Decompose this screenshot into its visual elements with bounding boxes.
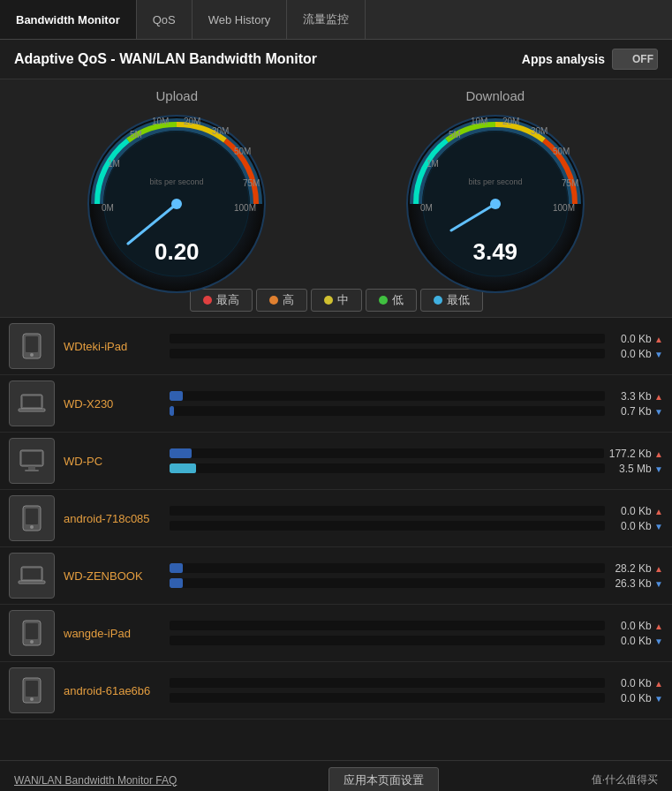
svg-rect-36: [28, 466, 35, 470]
device-icon-ipad1: [9, 323, 55, 369]
device-name-x230: WD-X230: [64, 397, 161, 411]
download-bar-track-android2: [170, 693, 605, 703]
priority-high-label: 高: [283, 292, 294, 308]
device-bars-android1: 0.0 Kb ▲ 0.0 Kb ▼: [170, 505, 663, 532]
priority-bar: 最高 高 中 低 最低: [0, 283, 672, 318]
upload-bar-row-wd-pc: 177.2 Kb ▲: [170, 448, 663, 460]
device-icon-android1: [9, 495, 55, 541]
tab-web-history[interactable]: Web History: [193, 0, 288, 39]
upload-bar-track-x230: [170, 391, 605, 401]
svg-text:30M: 30M: [212, 126, 229, 136]
download-bar-row-android1: 0.0 Kb ▼: [170, 520, 663, 532]
upload-bar-fill-wd-pc: [170, 448, 192, 458]
apps-analysis-label: Apps analysis: [522, 52, 605, 66]
device-icon-x230: [9, 380, 55, 426]
upload-speed-x230: 3.3 Kb ▲: [610, 390, 663, 403]
upload-bar-track-wangde-ipad: [170, 621, 605, 630]
priority-lowest-dot: [434, 296, 442, 305]
tab-flow[interactable]: 流量监控: [287, 0, 366, 39]
device-row-x230[interactable]: WD-X230 3.3 Kb ▲ 0.7 Kb ▼: [0, 375, 672, 433]
download-bar-track-ipad1: [170, 349, 605, 358]
priority-low[interactable]: 低: [366, 289, 417, 312]
svg-text:75M: 75M: [562, 178, 578, 188]
priority-medium-label: 中: [337, 292, 349, 308]
device-row-android1[interactable]: android-718c085 0.0 Kb ▲ 0.0 Kb ▼: [0, 490, 672, 547]
priority-highest-dot: [203, 296, 212, 305]
priority-lowest[interactable]: 最低: [420, 289, 483, 312]
device-bars-zenbook: 28.2 Kb ▲ 26.3 Kb ▼: [170, 562, 663, 590]
upload-gauge-wrap: Upload: [79, 88, 274, 275]
download-speed-zenbook: 26.3 Kb ▼: [610, 577, 663, 590]
priority-highest[interactable]: 最高: [190, 289, 253, 312]
upload-bar-row-android2: 0.0 Kb ▲: [170, 677, 663, 689]
priority-low-dot: [379, 296, 388, 305]
svg-rect-49: [26, 681, 38, 697]
page-title: Adaptive QoS - WAN/LAN Bandwidth Monitor: [14, 51, 317, 67]
tab-qos[interactable]: QoS: [137, 0, 193, 39]
device-bars-ipad1: 0.0 Kb ▲ 0.0 Kb ▼: [170, 333, 663, 360]
upload-bar-track-android2: [170, 678, 605, 688]
svg-point-29: [30, 353, 34, 357]
upload-bar-row-android1: 0.0 Kb ▲: [170, 505, 663, 517]
device-name-android1: android-718c085: [64, 512, 161, 525]
device-row-ipad1[interactable]: WDteki-iPad 0.0 Kb ▲ 0.0 Kb ▼: [0, 318, 672, 375]
upload-bar-row-zenbook: 28.2 Kb ▲: [170, 562, 663, 575]
download-bar-track-zenbook: [170, 578, 605, 588]
device-row-android2[interactable]: android-61ae6b6 0.0 Kb ▲ 0.0 Kb ▼: [0, 662, 672, 719]
svg-point-13: [171, 199, 182, 209]
device-icon-wd-pc: [9, 438, 55, 484]
priority-medium[interactable]: 中: [311, 289, 362, 312]
upload-bar-track-ipad1: [170, 334, 605, 343]
download-speed-android1: 0.0 Kb ▼: [610, 520, 663, 532]
upload-bar-fill-x230: [170, 391, 183, 401]
upload-speed-ipad1: 0.0 Kb ▲: [610, 333, 663, 345]
svg-point-39: [30, 525, 34, 529]
device-row-wangde-ipad[interactable]: wangde-iPad 0.0 Kb ▲ 0.0 Kb ▼: [0, 605, 672, 662]
device-row-zenbook[interactable]: WD-ZENBOOK 28.2 Kb ▲ 26.3 Kb ▼: [0, 547, 672, 605]
download-bar-row-ipad1: 0.0 Kb ▼: [170, 348, 663, 360]
svg-rect-32: [23, 396, 41, 407]
download-bar-track-wd-pc: [170, 463, 605, 473]
priority-low-label: 低: [392, 292, 404, 308]
svg-rect-35: [22, 452, 42, 464]
svg-text:bits per second: bits per second: [468, 177, 522, 186]
upload-bar-row-x230: 3.3 Kb ▲: [170, 390, 663, 403]
download-bar-row-wangde-ipad: 0.0 Kb ▼: [170, 635, 663, 647]
download-bar-row-android2: 0.0 Kb ▼: [170, 692, 663, 704]
download-bar-track-x230: [170, 406, 605, 416]
device-row-wd-pc[interactable]: WD-PC 177.2 Kb ▲ 3.5 Mb ▼: [0, 433, 672, 490]
tab-bandwidth[interactable]: Bandwidth Monitor: [0, 0, 137, 39]
device-name-wd-pc: WD-PC: [64, 455, 161, 468]
priority-high[interactable]: 高: [256, 289, 307, 312]
device-icon-zenbook: [9, 553, 55, 599]
footer: WAN/LAN Bandwidth Monitor FAQ 应用本页面设置 值·…: [0, 760, 672, 791]
apply-button[interactable]: 应用本页面设置: [328, 767, 439, 792]
svg-text:5M: 5M: [130, 130, 142, 139]
tab-bar: Bandwidth Monitor QoS Web History 流量监控: [0, 0, 672, 40]
svg-point-27: [490, 199, 501, 209]
svg-rect-46: [26, 623, 38, 639]
device-bars-wd-pc: 177.2 Kb ▲ 3.5 Mb ▼: [170, 448, 663, 475]
device-bars-android2: 0.0 Kb ▲ 0.0 Kb ▼: [170, 677, 663, 704]
svg-rect-40: [26, 508, 38, 524]
device-icon-android2: [9, 667, 55, 713]
apps-analysis-toggle[interactable]: OFF: [612, 49, 658, 70]
device-name-zenbook: WD-ZENBOOK: [64, 569, 161, 583]
download-bar-fill-zenbook: [170, 578, 183, 588]
device-bars-x230: 3.3 Kb ▲ 0.7 Kb ▼: [170, 390, 663, 418]
svg-text:0M: 0M: [102, 203, 114, 213]
svg-text:75M: 75M: [243, 178, 260, 188]
toggle-off-label: OFF: [632, 53, 653, 65]
download-speed-ipad1: 0.0 Kb ▼: [610, 348, 663, 360]
svg-text:1M: 1M: [427, 159, 439, 169]
download-gauge-wrap: Download 0M 1M 5M 10M: [398, 88, 593, 275]
device-name-wangde-ipad: wangde-iPad: [64, 627, 161, 640]
upload-bar-track-wd-pc: [170, 448, 604, 458]
device-name-android2: android-61ae6b6: [64, 684, 161, 697]
gauges-container: Upload: [0, 79, 672, 283]
svg-text:10M: 10M: [471, 117, 487, 126]
faq-link[interactable]: WAN/LAN Bandwidth Monitor FAQ: [14, 774, 177, 787]
svg-rect-30: [26, 336, 38, 352]
download-bar-track-wangde-ipad: [170, 636, 605, 645]
svg-text:50M: 50M: [234, 147, 251, 156]
